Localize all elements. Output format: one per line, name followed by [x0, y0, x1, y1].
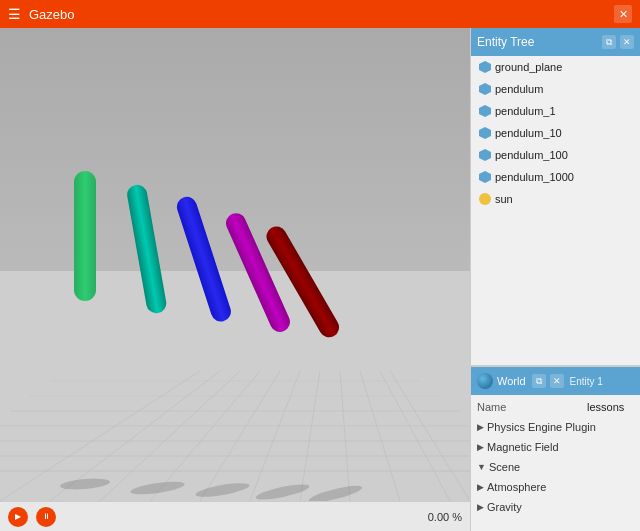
tree-item-label: pendulum_1 — [495, 105, 556, 117]
model-icon — [479, 171, 491, 183]
svg-line-12 — [250, 371, 300, 501]
name-label: Name — [477, 401, 587, 413]
tree-item-label: pendulum — [495, 83, 543, 95]
section-label: Atmosphere — [487, 481, 546, 493]
entity-tree-title: Entity Tree — [477, 35, 598, 49]
tree-item-pendulum-100[interactable]: pendulum_100 — [471, 144, 640, 166]
viewport-statusbar: ▶ ⏸ 0.00 % — [0, 501, 470, 531]
entity-tree-list: ground_plane pendulum pendulum_1 pendulu… — [471, 56, 640, 366]
pendulum-green — [74, 171, 96, 301]
svg-line-17 — [390, 371, 470, 501]
tree-item-pendulum[interactable]: pendulum — [471, 78, 640, 100]
name-value: lessons — [587, 401, 624, 413]
inspector-scene-row[interactable]: ▼ Scene — [475, 457, 636, 477]
tree-item-label: sun — [495, 193, 513, 205]
svg-line-14 — [340, 371, 350, 501]
component-inspector-panel: World ⧉ ✕ Entity 1 Name lessons ▶ Physic… — [471, 366, 640, 531]
expand-icon: ▶ — [477, 482, 484, 492]
model-icon — [479, 105, 491, 117]
svg-line-16 — [380, 371, 450, 501]
section-label: Gravity — [487, 501, 522, 513]
section-label: Physics Engine Plugin — [487, 421, 596, 433]
menu-icon[interactable]: ☰ — [8, 6, 21, 22]
expand-icon: ▶ — [477, 442, 484, 452]
world-label: World — [497, 375, 526, 387]
entity-tree-header: Entity Tree ⧉ ✕ — [471, 28, 640, 56]
inspector-atmosphere-row[interactable]: ▶ Atmosphere — [475, 477, 636, 497]
main-layout: ▶ ⏸ 0.00 % Entity Tree ⧉ ✕ ground_plane … — [0, 28, 640, 531]
model-icon — [479, 61, 491, 73]
right-panels: Entity Tree ⧉ ✕ ground_plane pendulum pe… — [470, 28, 640, 531]
close-button[interactable]: ✕ — [614, 5, 632, 23]
panel-close-button[interactable]: ✕ — [620, 35, 634, 49]
svg-line-13 — [300, 371, 320, 501]
panel-float-button[interactable]: ⧉ — [602, 35, 616, 49]
play-button[interactable]: ▶ — [8, 507, 28, 527]
svg-line-15 — [360, 371, 400, 501]
tree-item-label: pendulum_10 — [495, 127, 562, 139]
tree-item-pendulum-10[interactable]: pendulum_10 — [471, 122, 640, 144]
titlebar: ☰ Gazebo ✕ — [0, 0, 640, 28]
tree-item-ground-plane[interactable]: ground_plane — [471, 56, 640, 78]
section-label: Magnetic Field — [487, 441, 559, 453]
sky-area — [0, 28, 470, 301]
expand-icon: ▼ — [477, 462, 486, 472]
zoom-level: 0.00 % — [428, 511, 462, 523]
tree-item-label: pendulum_1000 — [495, 171, 574, 183]
tree-item-pendulum-1[interactable]: pendulum_1 — [471, 100, 640, 122]
entity-tree-panel: Entity Tree ⧉ ✕ ground_plane pendulum pe… — [471, 28, 640, 366]
pause-button[interactable]: ⏸ — [36, 507, 56, 527]
inspector-body: Name lessons ▶ Physics Engine Plugin ▶ M… — [471, 395, 640, 519]
inspector-float-button[interactable]: ⧉ — [532, 374, 546, 388]
inspector-physics-row[interactable]: ▶ Physics Engine Plugin — [475, 417, 636, 437]
inspector-close-button[interactable]: ✕ — [550, 374, 564, 388]
ground-floor — [0, 271, 470, 501]
inspector-gravity-row[interactable]: ▶ Gravity — [475, 497, 636, 517]
3d-viewport[interactable]: ▶ ⏸ 0.00 % — [0, 28, 470, 531]
app-title: Gazebo — [29, 7, 75, 22]
entity-label: Entity 1 — [570, 376, 603, 387]
tree-item-pendulum-1000[interactable]: pendulum_1000 — [471, 166, 640, 188]
model-icon — [479, 127, 491, 139]
tree-item-label: ground_plane — [495, 61, 562, 73]
model-icon — [479, 83, 491, 95]
component-inspector-header: World ⧉ ✕ Entity 1 — [471, 367, 640, 395]
inspector-magnetic-row[interactable]: ▶ Magnetic Field — [475, 437, 636, 457]
svg-line-11 — [200, 371, 280, 501]
tree-item-sun[interactable]: sun — [471, 188, 640, 210]
expand-icon: ▶ — [477, 422, 484, 432]
inspector-name-row: Name lessons — [475, 397, 636, 417]
light-icon — [479, 193, 491, 205]
model-icon — [479, 149, 491, 161]
tree-item-label: pendulum_100 — [495, 149, 568, 161]
world-sphere-icon — [477, 373, 493, 389]
expand-icon: ▶ — [477, 502, 484, 512]
section-label: Scene — [489, 461, 520, 473]
